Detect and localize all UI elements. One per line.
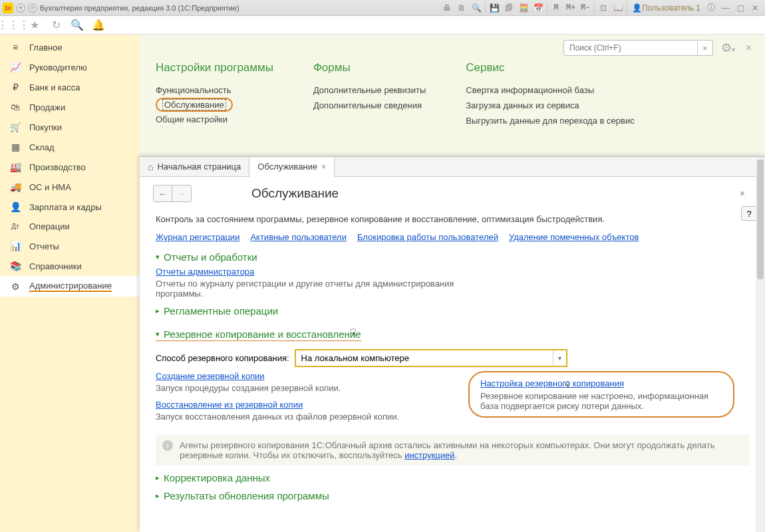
bag-icon: 🛍 — [9, 102, 21, 112]
sidebar-item-label: Производство — [29, 162, 86, 172]
link-load-service[interactable]: Загрузка данных из сервиса — [466, 98, 634, 113]
sidebar-item-purchases[interactable]: 🛒Покупки — [0, 117, 140, 137]
maximize-button[interactable]: ▢ — [734, 1, 747, 15]
sidebar-item-admin[interactable]: ⚙Администрирование — [0, 276, 140, 297]
close-panel-button[interactable]: × — [743, 39, 754, 57]
link-general-settings[interactable]: Общие настройки — [156, 112, 273, 127]
apps-icon[interactable]: ⋮⋮⋮ — [5, 17, 21, 33]
group-header-reports[interactable]: ▾Отчеты и обработки — [156, 251, 749, 263]
sidebar-item-manager[interactable]: 📈Руководителю — [0, 57, 140, 77]
sidebar-item-production[interactable]: 🏭Производство — [0, 157, 140, 177]
link-service[interactable]: Обслуживание — [162, 99, 226, 110]
refresh-icon[interactable]: ⟳ — [28, 3, 37, 13]
cursor-icon: ☟ — [564, 379, 570, 390]
link-log[interactable]: Журнал регистрации — [156, 232, 239, 242]
group-header-backup[interactable]: ▾Резервное копирование и восстановление — [156, 329, 361, 341]
group-header-update[interactable]: ▸Результаты обновления программы — [156, 490, 749, 501]
star-icon[interactable]: ★ — [27, 17, 43, 33]
dropdown-icon[interactable]: ▾ — [553, 350, 566, 366]
chevron-right-icon: ▸ — [156, 473, 160, 482]
section-forms: Формы Дополнительные реквизиты Дополните… — [313, 61, 426, 128]
scrollbar[interactable] — [756, 157, 765, 532]
tab-close-icon[interactable]: × — [321, 162, 326, 172]
dropdown-icon[interactable]: ▾ — [16, 3, 25, 13]
top-links: Журнал регистрации Активные пользователи… — [156, 232, 749, 242]
sidebar-item-refs[interactable]: 📚Справочники — [0, 256, 140, 276]
link-active-users[interactable]: Активные пользователи — [250, 232, 347, 242]
link-instruction[interactable]: инструкцией — [404, 450, 454, 460]
sidebar-item-label: Склад — [29, 142, 55, 152]
back-icon[interactable]: ⊡ — [597, 1, 610, 15]
calendar-icon[interactable]: 📅 — [532, 1, 545, 15]
mminus-button[interactable]: M- — [579, 1, 592, 15]
history-icon[interactable]: ↻ — [48, 17, 64, 33]
print-icon[interactable]: 🖶 — [440, 1, 454, 15]
link-delete-marked[interactable]: Удаление помеченных объектов — [509, 232, 639, 242]
tab-home[interactable]: ⌂Начальная страница — [140, 157, 249, 176]
bars-icon: 📊 — [9, 241, 21, 251]
link-create-backup[interactable]: Создание резервной копии — [156, 371, 265, 381]
link-export-service[interactable]: Выгрузить данные для перехода в сервис — [466, 113, 634, 128]
sidebar-item-label: Отчеты — [29, 241, 59, 251]
m-button[interactable]: M — [549, 1, 563, 15]
book-icon[interactable]: 📖 — [611, 1, 625, 15]
link-functionality[interactable]: Функциональность — [156, 82, 273, 98]
search-input[interactable] — [564, 41, 697, 55]
section-title: Настройки программы — [156, 61, 273, 74]
ruble-icon: ₽ — [9, 82, 21, 92]
nav-back-button[interactable]: ← — [154, 186, 172, 201]
link-block-users[interactable]: Блокировка работы пользователей — [357, 232, 498, 242]
minimize-button[interactable]: — — [719, 1, 732, 15]
info-icon[interactable]: ⓘ — [704, 1, 718, 15]
gear-icon: ⚙ — [9, 281, 21, 292]
clear-search-button[interactable]: × — [697, 41, 712, 55]
tab-service[interactable]: Обслуживание× — [249, 157, 335, 177]
link-extra-info[interactable]: Дополнительные сведения — [313, 98, 426, 113]
cursor-icon: ☟ — [350, 327, 357, 338]
sidebar-item-main[interactable]: ≡Главное — [0, 37, 140, 57]
scrollbar-thumb[interactable] — [757, 160, 764, 279]
link-admin-reports[interactable]: Отчеты администратора — [156, 267, 254, 277]
subwindow-close-button[interactable]: × — [740, 188, 745, 199]
user-menu[interactable]: 👤 Пользователь 1 — [629, 1, 703, 15]
sidebar-item-reports[interactable]: 📊Отчеты — [0, 236, 140, 256]
subwindow-body: ? Контроль за состоянием программы, резе… — [140, 205, 765, 532]
bell-icon[interactable]: 🔔 — [90, 17, 106, 33]
search-doc-icon[interactable]: 🔍 — [470, 1, 483, 15]
sidebar-item-hr[interactable]: 👤Зарплата и кадры — [0, 197, 140, 217]
group-header-scheduled[interactable]: ▸Регламентные операции — [156, 305, 749, 317]
group-update-results: ▸Результаты обновления программы — [156, 490, 749, 501]
sidebar-item-assets[interactable]: 🚚ОС и НМА — [0, 177, 140, 197]
copy-icon[interactable]: 🗐 — [502, 1, 516, 15]
truck-icon: 🚚 — [9, 182, 21, 192]
search-icon[interactable]: 🔍 — [69, 17, 85, 33]
group-header-correction[interactable]: ▸Корректировка данных — [156, 472, 749, 483]
link-restore-backup[interactable]: Восстановление из резервной копии — [156, 400, 303, 410]
text-admin-reports: Отчеты по журналу регистрации и другие о… — [156, 279, 475, 299]
help-button[interactable]: ? — [741, 206, 757, 221]
page-title: Обслуживание — [251, 186, 339, 201]
link-extra-props[interactable]: Дополнительные реквизиты — [313, 82, 426, 98]
chart-icon: 📈 — [9, 62, 21, 72]
settings-icon[interactable]: ⚙▾ — [718, 38, 738, 58]
sidebar-item-label: Зарплата и кадры — [29, 202, 102, 212]
print-preview-icon[interactable]: 🗎 — [455, 1, 468, 15]
sidebar-item-warehouse[interactable]: ▦Склад — [0, 137, 140, 157]
link-rollup[interactable]: Свертка информационной базы — [466, 82, 634, 98]
calc-icon[interactable]: 🧮 — [517, 1, 530, 15]
nav-forward-button[interactable]: → — [172, 186, 191, 201]
mplus-button[interactable]: M+ — [564, 1, 577, 15]
save-icon[interactable]: 💾 — [488, 1, 501, 15]
backup-mode-select[interactable]: На локальном компьютере ▾ — [295, 349, 567, 367]
close-button[interactable]: ✕ — [748, 1, 762, 15]
sidebar-item-bank[interactable]: ₽Банк и касса — [0, 77, 140, 97]
sidebar-item-label: Руководителю — [29, 63, 87, 72]
link-backup-settings[interactable]: Настройка резервного копирования☟ — [480, 378, 630, 388]
system-toolbar: ⋮⋮⋮ ★ ↻ 🔍 🔔 — [0, 16, 765, 35]
home-icon: ⌂ — [148, 162, 153, 172]
section-title: Сервис — [466, 61, 634, 74]
content-area: × ⚙▾ × Настройки программы Функционально… — [140, 35, 765, 532]
sidebar-item-label: Покупки — [29, 122, 62, 132]
sidebar-item-sales[interactable]: 🛍Продажи — [0, 97, 140, 117]
sidebar-item-operations[interactable]: ДтОперации — [0, 217, 140, 236]
